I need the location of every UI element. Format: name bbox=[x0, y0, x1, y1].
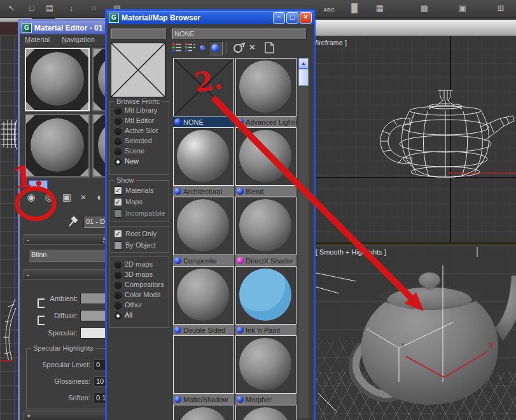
checkbox-incompatible[interactable] bbox=[114, 209, 122, 218]
material-item-architectural[interactable]: Architectural bbox=[173, 127, 234, 197]
material-item-composite[interactable]: Composite bbox=[173, 197, 234, 266]
screen: ↖ □ ▤ ↓ ○ ▧ ABC ▐▌ ▦ ▩ ▣ ⊞ eform Selecti… bbox=[0, 0, 516, 420]
material-type-icon bbox=[237, 396, 244, 403]
assign-material-button[interactable]: ▣ bbox=[59, 190, 74, 204]
radio-mtl-library[interactable] bbox=[115, 108, 122, 115]
radio-2d-maps[interactable] bbox=[115, 262, 122, 269]
delete-from-library-icon[interactable]: × bbox=[249, 41, 255, 52]
mirror-abc-icon[interactable]: ABC bbox=[321, 4, 337, 17]
clear-library-icon[interactable] bbox=[265, 42, 274, 53]
checkbox-by-object[interactable] bbox=[114, 241, 122, 249]
view-list-plus-icon[interactable] bbox=[185, 43, 196, 52]
radio-other[interactable] bbox=[115, 302, 122, 309]
menu-material[interactable]: Material bbox=[25, 36, 50, 43]
teapot-shaded: X Y bbox=[342, 251, 516, 420]
close-button[interactable]: × bbox=[300, 12, 312, 24]
axis-line bbox=[0, 360, 13, 361]
active-viewport-border bbox=[314, 244, 516, 244]
teapot-wireframe bbox=[375, 88, 516, 191]
select-rect-icon[interactable]: □ bbox=[24, 2, 39, 15]
curve-editor-icon[interactable]: ▩ bbox=[417, 2, 432, 15]
radio-scene[interactable] bbox=[115, 148, 122, 155]
material-item-ink-n-paint[interactable]: Ink 'n Paint bbox=[235, 266, 296, 335]
pick-material-eyedropper-icon[interactable] bbox=[68, 216, 78, 227]
sample-slot-active[interactable] bbox=[25, 48, 90, 111]
sample-slot[interactable] bbox=[25, 114, 90, 178]
material-type-icon bbox=[237, 188, 244, 195]
diffuse-label: Diffuse: bbox=[32, 312, 78, 319]
radio-new[interactable] bbox=[115, 158, 122, 165]
select-arrow-icon[interactable]: ↖ bbox=[4, 2, 19, 15]
browser-title: Material/Map Browser bbox=[122, 13, 272, 22]
material-item-matte-shadow[interactable]: Matte/Shadow bbox=[173, 335, 234, 405]
maximize-button[interactable]: ▢ bbox=[286, 12, 298, 24]
radio-all[interactable] bbox=[115, 312, 122, 319]
toolbar-separator bbox=[227, 42, 227, 53]
radio-selected[interactable] bbox=[115, 138, 122, 145]
specular-label: Specular: bbox=[32, 329, 78, 337]
wireframe-spout-fragment bbox=[0, 299, 17, 363]
app-icon: G bbox=[22, 23, 32, 33]
radio-active-slot[interactable] bbox=[115, 128, 122, 135]
put-material-button[interactable]: ◎ bbox=[41, 190, 57, 204]
rotate-icon[interactable]: ○ bbox=[87, 2, 102, 15]
scroll-thumb[interactable] bbox=[298, 69, 309, 86]
radio-compositors[interactable] bbox=[115, 282, 122, 289]
radio-mtl-editor[interactable] bbox=[115, 118, 122, 125]
view-small-icons-icon[interactable] bbox=[199, 44, 206, 52]
axis-x-label: X bbox=[489, 341, 494, 350]
material-item-advanced-lighting[interactable]: Advanced Lighting bbox=[235, 58, 296, 127]
expand-icon: + bbox=[27, 412, 31, 419]
material-type-icon bbox=[174, 188, 181, 195]
material-item-blend[interactable]: Blend bbox=[235, 127, 296, 197]
material-item-none[interactable]: NONE bbox=[173, 58, 234, 127]
material-item-morpher[interactable]: Morpher bbox=[235, 335, 296, 405]
menu-navigation[interactable]: Navigation bbox=[62, 36, 95, 43]
selected-preview-thumbnail bbox=[111, 43, 165, 97]
checkbox-maps[interactable]: ✓ bbox=[114, 198, 122, 206]
checkbox-root-only[interactable]: ✓ bbox=[114, 230, 122, 238]
layers-icon[interactable]: ▦ bbox=[372, 2, 387, 15]
selected-material-name-field[interactable]: NONE bbox=[172, 29, 307, 39]
view-large-icons-button[interactable] bbox=[209, 41, 223, 55]
radio-color-mods[interactable] bbox=[115, 292, 122, 299]
material-item-double-sided[interactable]: Double Sided bbox=[173, 266, 234, 335]
viewport-left[interactable] bbox=[0, 35, 18, 420]
select-region-icon[interactable]: ▤ bbox=[42, 2, 57, 15]
schematic-view-icon[interactable]: ▣ bbox=[455, 2, 470, 15]
material-map-browser-window: G Material/Map Browser – ▢ × Browse From… bbox=[105, 9, 316, 420]
material-type-icon bbox=[174, 396, 181, 403]
reset-material-button[interactable]: × bbox=[76, 190, 91, 204]
material-item-directx-shader[interactable]: DirectX Shader bbox=[235, 197, 296, 266]
move-icon[interactable]: ↓ bbox=[64, 2, 79, 15]
material-type-icon bbox=[174, 326, 181, 333]
browser-titlebar[interactable]: G Material/Map Browser – ▢ × bbox=[107, 11, 314, 24]
sample-palette-scroll[interactable] bbox=[29, 180, 48, 190]
radio-3d-maps[interactable] bbox=[115, 272, 122, 279]
wireframe-fragment bbox=[0, 118, 18, 157]
get-material-button[interactable]: ◉ bbox=[24, 190, 39, 204]
viewport-perspective[interactable]: X Y bbox=[314, 245, 516, 420]
checkbox-materials[interactable]: ✓ bbox=[114, 186, 122, 195]
glossiness-label: Glossiness: bbox=[20, 377, 90, 385]
material-type-icon bbox=[237, 257, 244, 264]
viewport-front[interactable] bbox=[314, 36, 516, 242]
view-list-icon[interactable] bbox=[172, 43, 182, 52]
render-setup-icon[interactable]: ⊞ bbox=[493, 2, 508, 15]
align-icon[interactable]: ▐▌ bbox=[347, 2, 362, 15]
ambient-label: Ambient: bbox=[32, 295, 78, 302]
scroll-up-button[interactable]: ▲ bbox=[298, 58, 309, 69]
collapse-icon: - bbox=[27, 270, 29, 278]
minimize-button[interactable]: – bbox=[273, 12, 285, 24]
specular-level-label: Specular Level: bbox=[20, 361, 90, 368]
material-item-partial[interactable] bbox=[235, 405, 296, 420]
material-type-icon bbox=[174, 118, 181, 125]
collapse-icon: - bbox=[27, 235, 29, 243]
materials-scrollbar[interactable]: ▲ bbox=[298, 58, 309, 418]
material-item-partial[interactable] bbox=[173, 405, 234, 420]
text-filter-input[interactable] bbox=[111, 29, 167, 39]
update-scene-materials-icon[interactable] bbox=[233, 42, 246, 53]
axis-y-label: Y bbox=[401, 342, 405, 348]
secondary-toolbar bbox=[310, 19, 516, 36]
browser-toolbar: × bbox=[172, 41, 307, 54]
